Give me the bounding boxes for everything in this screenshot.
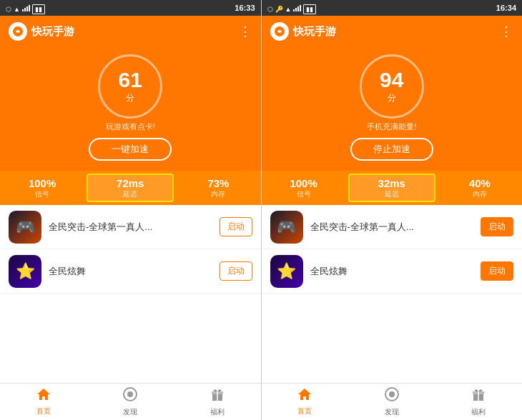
nav-icon-0 [36,387,51,405]
nav-label-1: 发现 [123,407,137,417]
game-name-1: 全民炫舞 [310,265,481,278]
wifi-icon: ▲ [285,1,292,14]
stat-延迟: 72ms 延迟 [87,174,174,202]
status-icons-left: ⬡▲ ▮▮ [6,1,45,14]
score-subtitle: 手机充满能量! [367,121,416,132]
game-name-0: 全民突击-全球第一真人... [310,221,481,234]
svg-point-8 [389,391,395,397]
stat-信号: 100% 信号 [262,177,346,199]
stat-value-0: 100% [290,177,317,189]
score-value: 61 [119,69,142,91]
stat-value-2: 40% [469,177,491,189]
nav-icon-0 [297,387,312,405]
launch-button-0[interactable]: 启动 [220,217,252,236]
signal-icon [22,1,30,14]
stat-label-2: 内存 [211,189,225,199]
game-item-0: 🎮全民突击-全球第一真人...启动 [0,205,261,249]
game-item-1: ⭐全民炫舞启动 [0,249,261,294]
nav-item-首页[interactable]: 首页 [262,384,349,420]
svg-point-2 [127,391,133,397]
stat-延迟: 32ms 延迟 [348,174,435,202]
nav-item-首页[interactable]: 首页 [0,384,87,420]
stat-label-2: 内存 [473,189,487,199]
nav-icon-2 [210,386,225,406]
status-time: 16:34 [496,4,516,12]
logo-icon [9,22,27,41]
home-icon [297,387,312,401]
usb-icon: ⬡ [6,1,11,14]
game-name-0: 全民突击-全球第一真人... [49,221,220,234]
game-name-1: 全民炫舞 [49,265,220,278]
nav-icon-1 [122,386,138,406]
gift-icon [471,386,486,402]
action-button[interactable]: 停止加速 [350,138,433,161]
game-item-1: ⭐全民炫舞启动 [262,249,523,294]
home-icon [36,387,51,401]
stats-bar: 100% 信号 72ms 延迟 73% 内存 [0,171,261,205]
bottom-nav: 首页 发现 福利 [262,383,523,420]
status-icons-left: ⬡🔑▲ ▮▮ [267,1,317,14]
stat-内存: 40% 内存 [438,177,522,199]
score-unit: 分 [126,92,134,104]
nav-item-发现[interactable]: 发现 [348,384,435,420]
nav-label-0: 首页 [36,406,51,416]
action-button[interactable]: 一键加速 [89,138,172,161]
game-icon-0: 🎮 [9,211,41,244]
status-time: 16:33 [235,4,255,12]
launch-button-0[interactable]: 启动 [481,217,513,236]
nav-label-2: 福利 [471,407,486,417]
game-icon-0: 🎮 [270,211,303,244]
stat-value-2: 73% [207,177,229,189]
app-header: 快玩手游⋮ [262,16,523,47]
usb-icon: ⬡ [267,1,273,14]
stat-label-0: 信号 [35,189,49,199]
nav-item-福利[interactable]: 福利 [435,384,523,420]
nav-icon-2 [471,386,486,406]
stats-bar: 100% 信号 32ms 延迟 40% 内存 [262,171,523,205]
wifi-icon: ▲ [14,1,20,14]
discover-icon [384,386,400,402]
score-circle: 94 分 [360,54,424,119]
stat-value-0: 100% [29,177,56,189]
nav-item-发现[interactable]: 发现 [87,384,174,420]
nav-label-1: 发现 [385,407,399,417]
battery-icon: ▮▮ [32,1,45,14]
panel-before: ⬡▲ ▮▮16:33快玩手游⋮ 61 分 玩游戏有点卡! 一键加速 100% 信… [0,0,261,420]
nav-label-0: 首页 [297,406,312,416]
game-item-0: 🎮全民突击-全球第一真人...启动 [262,205,523,249]
battery-icon: ▮▮ [303,1,316,14]
launch-button-1[interactable]: 启动 [481,261,513,281]
nav-label-2: 福利 [210,407,225,417]
logo-icon [270,22,289,41]
stat-label-1: 延迟 [123,189,137,199]
discover-icon [122,386,138,402]
app-name: 快玩手游 [293,25,336,39]
score-circle: 61 分 [98,54,162,119]
app-logo: 快玩手游 [9,22,74,41]
status-bar: ⬡▲ ▮▮16:33 [0,0,261,16]
stat-value-1: 32ms [378,177,405,189]
menu-button[interactable]: ⋮ [239,24,252,39]
menu-button[interactable]: ⋮ [500,24,513,39]
panel-after: ⬡🔑▲ ▮▮16:34快玩手游⋮ 94 分 手机充满能量! 停止加速 100% … [262,0,523,420]
app-header: 快玩手游⋮ [0,16,261,47]
score-unit: 分 [388,92,396,104]
score-value: 94 [380,69,403,91]
status-bar: ⬡🔑▲ ▮▮16:34 [262,0,523,16]
game-icon-1: ⭐ [270,255,303,288]
hero-section: 61 分 玩游戏有点卡! 一键加速 [0,47,261,171]
stat-value-1: 72ms [117,177,144,189]
app-name: 快玩手游 [31,25,74,39]
key-icon: 🔑 [275,1,283,14]
stat-label-0: 信号 [297,189,311,199]
hero-section: 94 分 手机充满能量! 停止加速 [262,47,523,171]
launch-button-1[interactable]: 启动 [220,261,252,281]
signal-icon [293,1,301,14]
app-logo: 快玩手游 [270,22,336,41]
game-list: 🎮全民突击-全球第一真人...启动⭐全民炫舞启动 [262,205,523,383]
gift-icon [210,386,225,402]
nav-item-福利[interactable]: 福利 [174,384,261,420]
game-icon-1: ⭐ [9,255,41,288]
stat-信号: 100% 信号 [0,177,84,199]
stat-内存: 73% 内存 [176,177,260,199]
